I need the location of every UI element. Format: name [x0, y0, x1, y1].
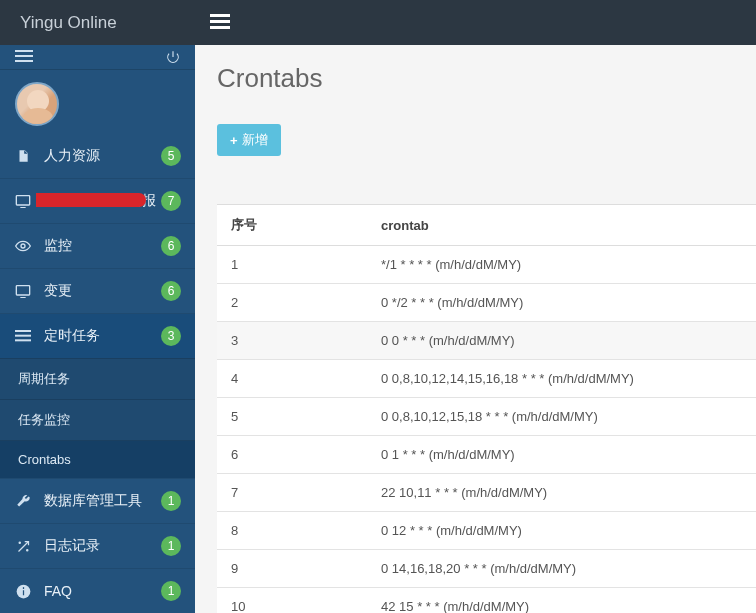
cell-crontab: 0 1 * * * (m/h/d/dM/MY) — [367, 436, 756, 474]
cell-seq: 1 — [217, 246, 367, 284]
add-button-label: 新增 — [242, 131, 268, 149]
sidebar-item-change[interactable]: 变更 6 — [0, 268, 195, 313]
sidebar-item-hr[interactable]: 人力资源 5 — [0, 134, 195, 178]
badge: 6 — [161, 236, 181, 256]
svg-rect-5 — [15, 339, 31, 341]
sidebar-item-label: 人力资源 — [44, 147, 161, 165]
avatar — [15, 82, 59, 126]
sidebar-item-label: FAQ — [44, 583, 161, 599]
cell-crontab: 0 */2 * * * (m/h/d/dM/MY) — [367, 284, 756, 322]
cell-seq: 6 — [217, 436, 367, 474]
table-row[interactable]: 20 */2 * * * (m/h/d/dM/MY) — [217, 284, 756, 322]
sidebar-subitem-crontabs[interactable]: Crontabs — [0, 440, 195, 478]
svg-point-7 — [26, 549, 27, 550]
cell-crontab: 42 15 * * * (m/h/d/dM/MY) — [367, 588, 756, 614]
plus-icon: + — [230, 133, 238, 148]
sidebar-item-label: 变更 — [44, 282, 161, 300]
cell-crontab: 0 14,16,18,20 * * * (m/h/d/dM/MY) — [367, 550, 756, 588]
badge: 1 — [161, 536, 181, 556]
avatar-container[interactable] — [0, 70, 195, 134]
cell-crontab: 0 0,8,10,12,15,18 * * * (m/h/d/dM/MY) — [367, 398, 756, 436]
table-row[interactable]: 40 0,8,10,12,14,15,16,18 * * * (m/h/d/dM… — [217, 360, 756, 398]
svg-rect-0 — [16, 196, 29, 205]
power-icon — [166, 50, 180, 64]
cell-seq: 2 — [217, 284, 367, 322]
redaction-bar — [36, 193, 146, 207]
badge: 3 — [161, 326, 181, 346]
main-content: Crontabs + 新增 序号 crontab 1*/1 * * * * (m… — [195, 45, 756, 613]
cell-seq: 7 — [217, 474, 367, 512]
col-header-seq: 序号 — [217, 205, 367, 246]
brand-title: Yingu Online — [0, 13, 195, 33]
sidebar-item-faq[interactable]: FAQ 1 — [0, 568, 195, 613]
table-row[interactable]: 1*/1 * * * * (m/h/d/dM/MY) — [217, 246, 756, 284]
col-header-crontab: crontab — [367, 205, 756, 246]
cell-seq: 4 — [217, 360, 367, 398]
badge: 5 — [161, 146, 181, 166]
cell-seq: 10 — [217, 588, 367, 614]
badge: 7 — [161, 191, 181, 211]
cell-seq: 3 — [217, 322, 367, 360]
cell-seq: 5 — [217, 398, 367, 436]
cell-crontab: 22 10,11 * * * (m/h/d/dM/MY) — [367, 474, 756, 512]
cell-seq: 8 — [217, 512, 367, 550]
add-button[interactable]: + 新增 — [217, 124, 281, 156]
svg-point-6 — [19, 542, 20, 543]
sidebar-item-logs[interactable]: 日志记录 1 — [0, 523, 195, 568]
hamburger-icon — [15, 47, 33, 65]
table-row[interactable]: 80 12 * * * (m/h/d/dM/MY) — [217, 512, 756, 550]
monitor-icon — [14, 194, 32, 208]
cell-seq: 9 — [217, 550, 367, 588]
list-icon — [14, 330, 32, 342]
crontab-table: 序号 crontab 1*/1 * * * * (m/h/d/dM/MY)20 … — [217, 204, 756, 613]
sidebar-item-label: 监控 — [44, 237, 161, 255]
page-title: Crontabs — [217, 63, 756, 94]
sidebar-item-db-tools[interactable]: 数据库管理工具 1 — [0, 478, 195, 523]
table-row[interactable]: 30 0 * * * (m/h/d/dM/MY) — [217, 322, 756, 360]
svg-rect-4 — [15, 335, 31, 337]
eye-icon — [14, 240, 32, 252]
svg-rect-3 — [15, 330, 31, 332]
monitor-icon — [14, 284, 32, 298]
table-header-row: 序号 crontab — [217, 205, 756, 246]
cell-crontab: */1 * * * * (m/h/d/dM/MY) — [367, 246, 756, 284]
sidebar-top — [0, 45, 195, 70]
badge: 1 — [161, 491, 181, 511]
table-row[interactable]: 60 1 * * * (m/h/d/dM/MY) — [217, 436, 756, 474]
top-hamburger-button[interactable] — [195, 11, 245, 35]
sidebar-item-label: 日志记录 — [44, 537, 161, 555]
sidebar-subitem-periodic-tasks[interactable]: 周期任务 — [0, 358, 195, 399]
svg-rect-10 — [22, 587, 23, 589]
sidebar-item-label: 定时任务 — [44, 327, 161, 345]
wand-icon — [14, 539, 32, 554]
info-icon — [14, 584, 32, 599]
sidebar-menu: 人力资源 5 线上运维运营日报 7 监控 6 — [0, 134, 195, 613]
cell-crontab: 0 12 * * * (m/h/d/dM/MY) — [367, 512, 756, 550]
cell-crontab: 0 0 * * * (m/h/d/dM/MY) — [367, 322, 756, 360]
svg-rect-9 — [22, 590, 23, 595]
table-row[interactable]: 722 10,11 * * * (m/h/d/dM/MY) — [217, 474, 756, 512]
table-row[interactable]: 90 14,16,18,20 * * * (m/h/d/dM/MY) — [217, 550, 756, 588]
sidebar-subitem-task-monitor[interactable]: 任务监控 — [0, 399, 195, 440]
svg-rect-2 — [16, 286, 29, 295]
table-row[interactable]: 50 0,8,10,12,15,18 * * * (m/h/d/dM/MY) — [217, 398, 756, 436]
sidebar-item-daily-report[interactable]: 线上运维运营日报 7 — [0, 178, 195, 223]
svg-point-1 — [21, 244, 25, 248]
sidebar-item-scheduled-tasks[interactable]: 定时任务 3 — [0, 313, 195, 358]
power-button[interactable] — [166, 50, 180, 64]
sidebar: 人力资源 5 线上运维运营日报 7 监控 6 — [0, 45, 195, 613]
badge: 6 — [161, 281, 181, 301]
badge: 1 — [161, 581, 181, 601]
topbar: Yingu Online — [0, 0, 756, 45]
wrench-icon — [14, 494, 32, 509]
cell-crontab: 0 0,8,10,12,14,15,16,18 * * * (m/h/d/dM/… — [367, 360, 756, 398]
sidebar-collapse-button[interactable] — [15, 47, 33, 68]
sidebar-item-monitor[interactable]: 监控 6 — [0, 223, 195, 268]
file-icon — [14, 148, 32, 164]
sidebar-item-label: 数据库管理工具 — [44, 492, 161, 510]
hamburger-icon — [210, 11, 230, 32]
table-row[interactable]: 1042 15 * * * (m/h/d/dM/MY) — [217, 588, 756, 614]
